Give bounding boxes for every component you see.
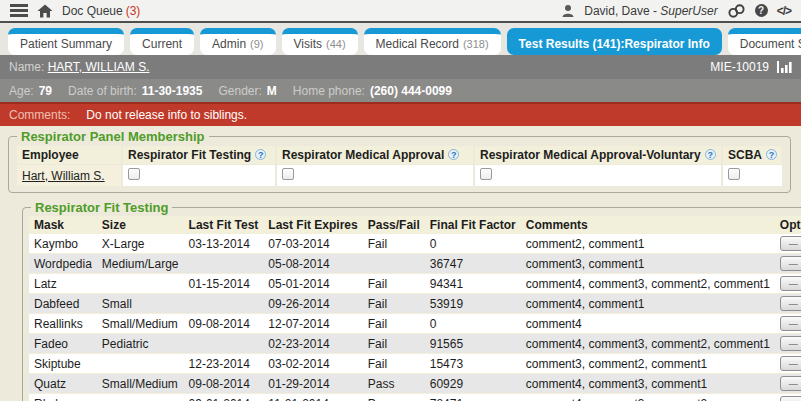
cell-final-fit-factor: 78471 <box>425 394 521 401</box>
user-icon <box>561 4 575 18</box>
row-options-button[interactable]: — <box>780 356 801 371</box>
row-options-button[interactable]: — <box>780 336 801 351</box>
row-options-button[interactable]: — <box>780 276 801 291</box>
row-options-button[interactable]: — <box>780 296 801 311</box>
cell-mask: Dabfeed <box>29 294 97 314</box>
table-row: Latz01-15-201405-01-2014Fail94341comment… <box>29 274 801 294</box>
tab-count: (318) <box>463 38 489 50</box>
panel-membership-header-row: EmployeeRespirator Fit Testing?Respirato… <box>17 146 782 164</box>
cell-options: — <box>775 234 801 254</box>
cell-mask: Wordpedia <box>29 254 97 274</box>
col-respirator-medical-approval-voluntary: Respirator Medical Approval-Voluntary? <box>475 146 721 164</box>
cell-options: — <box>775 254 801 274</box>
cell-mask: Kaymbo <box>29 234 97 254</box>
checkbox-cell <box>123 165 275 186</box>
tab-label: Medical Record <box>376 37 459 51</box>
checkbox-cell <box>723 165 782 186</box>
tab-current[interactable]: Current <box>130 28 194 55</box>
col-size: Size <box>97 216 184 234</box>
tab-count: (44) <box>326 38 346 50</box>
cell-last-fit-test <box>184 254 264 274</box>
question-help-icon[interactable]: ? <box>705 149 716 160</box>
tab-label: Visits <box>294 37 322 51</box>
cell-options: — <box>775 354 801 374</box>
demo-value: (260) 444-0099 <box>370 84 452 98</box>
table-row: FadeoPediatric02-23-2014Fail91565comment… <box>29 334 801 354</box>
cell-last-fit-expires: 01-29-2014 <box>263 374 362 394</box>
cell-mask: Fadeo <box>29 334 97 354</box>
scba-checkbox[interactable] <box>728 168 740 180</box>
cell-final-fit-factor: 0 <box>425 234 521 254</box>
tab-visits[interactable]: Visits(44) <box>282 28 358 55</box>
row-options-button[interactable]: — <box>780 376 801 391</box>
respirator-medical-approval-voluntary-checkbox[interactable] <box>480 168 492 180</box>
tab-medical-record[interactable]: Medical Record(318) <box>364 28 501 55</box>
help-icon[interactable]: ? <box>755 4 768 17</box>
respirator-medical-approval-checkbox[interactable] <box>282 168 294 180</box>
topbar-right: David, Dave - SuperUser ? </> <box>561 4 791 18</box>
comments-value: Do not release info to siblings. <box>86 108 247 122</box>
cell-options: — <box>775 294 801 314</box>
cell-pass-fail: Pass <box>363 394 425 401</box>
chart-icon[interactable] <box>777 61 792 73</box>
cell-last-fit-test: 09-08-2014 <box>184 314 264 334</box>
home-icon[interactable] <box>37 4 53 18</box>
respirator-fit-testing-checkbox[interactable] <box>128 168 140 180</box>
col-respirator-medical-approval: Respirator Medical Approval? <box>277 146 473 164</box>
cell-last-fit-test: 12-23-2014 <box>184 354 264 374</box>
table-row: QuatzSmall/Medium09-08-201401-29-2014Pas… <box>29 374 801 394</box>
cell-pass-fail: Fail <box>363 274 425 294</box>
content: Respirator Panel Membership EmployeeResp… <box>0 126 801 401</box>
col-final-fit-factor: Final Fit Factor <box>425 216 521 234</box>
doc-queue-count: (3) <box>126 4 141 18</box>
col-comments: Comments <box>521 216 775 234</box>
question-help-icon[interactable]: ? <box>766 149 777 160</box>
cell-final-fit-factor: 0 <box>425 314 521 334</box>
topbar: Doc Queue(3) David, Dave - SuperUser ? <… <box>0 0 801 23</box>
fit-testing-header-row: MaskSizeLast Fit TestLast Fit ExpiresPas… <box>29 216 801 234</box>
demo-label: Date of birth: <box>68 84 137 98</box>
cell-last-fit-expires: 02-23-2014 <box>263 334 362 354</box>
user-name[interactable]: David, Dave - SuperUser <box>584 4 717 18</box>
row-options-button[interactable]: — <box>780 396 801 401</box>
cell-last-fit-test: 09-08-2014 <box>184 374 264 394</box>
topbar-left: Doc Queue(3) <box>10 4 140 18</box>
cell-size: Small/Medium <box>97 374 184 394</box>
tab-document-summary[interactable]: Document Summary(327) <box>728 28 801 55</box>
col-options: Options <box>775 216 801 234</box>
cell-mask: Skiptube <box>29 354 97 374</box>
demo-gender: Gender:M <box>218 84 276 98</box>
cell-comments: comment4 <box>521 314 775 334</box>
code-icon[interactable]: </> <box>777 4 791 18</box>
question-help-icon[interactable]: ? <box>255 149 266 160</box>
table-row: ReallinksSmall/Medium09-08-201412-07-201… <box>29 314 801 334</box>
cell-last-fit-expires: 07-03-2014 <box>263 234 362 254</box>
cell-last-fit-expires: 09-26-2014 <box>263 294 362 314</box>
tab-patient-summary[interactable]: Patient Summary <box>8 28 124 55</box>
name-label: Name: <box>9 60 44 74</box>
row-options-button[interactable]: — <box>780 236 801 251</box>
demographics-bar: Age:79Date of birth:11-30-1935Gender:MHo… <box>0 79 801 102</box>
row-options-button[interactable]: — <box>780 316 801 331</box>
cell-pass-fail: Pass <box>363 374 425 394</box>
doc-queue-link[interactable]: Doc Queue(3) <box>62 4 140 18</box>
cell-comments: comment2, comment1 <box>521 234 775 254</box>
cell-size: X-Large <box>97 234 184 254</box>
cell-pass-fail: Fail <box>363 294 425 314</box>
row-options-button[interactable]: — <box>780 256 801 271</box>
menu-icon[interactable] <box>10 4 28 17</box>
cell-comments: comment3, comment2, comment1 <box>521 354 775 374</box>
user-role-text: SuperUser <box>660 4 717 18</box>
cell-pass-fail: Fail <box>363 354 425 374</box>
patient-name-bar: Name: HART, WILLIAM S. MIE-10019 <box>0 55 801 79</box>
demo-label: Home phone: <box>293 84 365 98</box>
question-help-icon[interactable]: ? <box>448 149 459 160</box>
fit-testing-title: Respirator Fit Testing <box>31 200 172 215</box>
cell-final-fit-factor: 91565 <box>425 334 521 354</box>
employee-link[interactable]: Hart, William S. <box>22 169 105 183</box>
tab-label: Patient Summary <box>20 37 112 51</box>
link-icon[interactable] <box>727 4 746 18</box>
patient-name-link[interactable]: HART, WILLIAM S. <box>48 60 150 74</box>
tab-admin[interactable]: Admin(9) <box>200 28 275 55</box>
tab-test-results-141-respirator-info[interactable]: Test Results (141):Respirator Info <box>507 28 722 55</box>
